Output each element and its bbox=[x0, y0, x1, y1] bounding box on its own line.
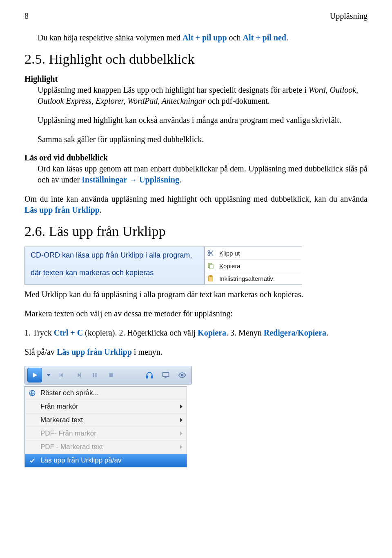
feature-name: Läs upp från Urklipp bbox=[57, 347, 132, 356]
menu-item-pdf-from-marker: PDF- Från markör bbox=[25, 427, 187, 440]
svg-rect-17 bbox=[147, 376, 148, 378]
text: . bbox=[179, 175, 181, 184]
svg-rect-16 bbox=[109, 373, 113, 377]
menu-label: Från markör bbox=[40, 402, 78, 411]
globe-icon bbox=[28, 389, 36, 397]
subheading-doubleclick: Läs ord vid dubbelklick bbox=[24, 153, 368, 162]
paragraph: Slå på/av Läs upp från Urklipp i menyn. bbox=[24, 347, 368, 358]
chevron-right-icon bbox=[180, 418, 183, 422]
editor-line: CD-ORD kan läsa upp från Urklipp i alla … bbox=[31, 251, 198, 260]
page-header: 8 Uppläsning bbox=[24, 11, 368, 21]
text: och pdf-dokument. bbox=[206, 96, 270, 105]
steps-line: 1. Tryck Ctrl + C (kopiera). 2. Högerkli… bbox=[24, 327, 368, 338]
eye-button[interactable] bbox=[175, 368, 189, 382]
text: Slå på/av bbox=[24, 347, 57, 356]
paste-icon bbox=[206, 274, 215, 283]
blank-icon bbox=[28, 416, 36, 424]
play-button[interactable] bbox=[27, 368, 42, 382]
menu-label: Röster och språk... bbox=[40, 389, 99, 397]
copy-icon bbox=[206, 261, 215, 270]
svg-marker-8 bbox=[33, 373, 38, 378]
svg-point-22 bbox=[181, 374, 183, 376]
paragraph: Uppläsning med knappen Läs upp och highl… bbox=[38, 84, 368, 107]
read-menu: Röster och språk... Från markör Markerad… bbox=[24, 386, 187, 467]
check-icon bbox=[28, 456, 36, 465]
document-page: 8 Uppläsning Du kan höja respektive sänk… bbox=[0, 0, 392, 484]
paragraph: Med Urklipp kan du få uppläsning i alla … bbox=[24, 289, 368, 300]
blank-icon bbox=[28, 402, 36, 411]
page-number: 8 bbox=[24, 11, 29, 21]
keystroke: Alt + pil upp bbox=[183, 33, 227, 42]
context-menu-label: Kopiera bbox=[219, 262, 241, 269]
chevron-right-icon bbox=[180, 445, 183, 449]
headphones-button[interactable] bbox=[143, 368, 156, 382]
text: (kopiera). 2. Högerklicka och välj bbox=[83, 328, 198, 337]
svg-rect-5 bbox=[209, 265, 213, 269]
text: och bbox=[227, 33, 243, 42]
context-menu-item-cut[interactable]: Klipp ut bbox=[205, 247, 302, 260]
paragraph: Samma sak gäller för uppläsning med dubb… bbox=[38, 134, 368, 145]
svg-rect-11 bbox=[60, 373, 60, 378]
context-menu-item-copy[interactable]: Kopiera bbox=[205, 260, 302, 272]
text: Om du inte kan använda uppläsning med hi… bbox=[24, 194, 368, 203]
menu-item-voices[interactable]: Röster och språk... bbox=[25, 387, 187, 400]
next-button[interactable] bbox=[71, 368, 85, 382]
subheading-highlight: Highlight bbox=[24, 74, 368, 84]
volume-hint: Du kan höja respektive sänka volymen med… bbox=[38, 32, 368, 43]
context-menu: Klipp ut Kopiera Inklist bbox=[204, 247, 302, 285]
feature-name: Läs upp från Urklipp bbox=[24, 205, 100, 214]
section-title: Uppläsning bbox=[330, 11, 368, 21]
context-menu-label: Inklistringsalternativ: bbox=[219, 275, 275, 282]
heading-2-5: 2.5. Highlight och dubbelklick bbox=[24, 51, 368, 67]
text: Du kan höja respektive sänka volymen med bbox=[38, 33, 183, 42]
menu-label: Läs upp från Urklipp på/av bbox=[40, 456, 121, 465]
text: . bbox=[100, 205, 102, 214]
menu-item-marked-text[interactable]: Markerad text bbox=[25, 413, 187, 427]
paragraph: Ord kan läsas upp genom att man enbart d… bbox=[38, 163, 368, 185]
menu-item-pdf-marked-text: PDF - Markerad text bbox=[25, 440, 187, 454]
chevron-right-icon bbox=[180, 405, 183, 409]
paragraph: Uppläsning med highlight kan också använ… bbox=[38, 115, 368, 126]
paragraph: Markera texten och välj en av dessa tre … bbox=[24, 308, 368, 319]
context-menu-item-paste[interactable]: Inklistringsalternativ: bbox=[205, 272, 302, 285]
chevron-right-icon bbox=[180, 431, 183, 436]
menu-item-from-marker[interactable]: Från markör bbox=[25, 400, 187, 413]
chevron-down-icon[interactable] bbox=[45, 373, 53, 377]
player-toolbar bbox=[24, 366, 192, 385]
svg-rect-15 bbox=[96, 373, 97, 378]
svg-rect-19 bbox=[163, 372, 169, 376]
menu-label: Markerad text bbox=[40, 416, 83, 424]
pause-button[interactable] bbox=[88, 368, 102, 382]
svg-marker-9 bbox=[47, 374, 51, 376]
menu-label: PDF - Markerad text bbox=[40, 443, 103, 451]
text: i menyn. bbox=[132, 347, 163, 356]
text: Uppläsning med knappen Läs upp och highl… bbox=[38, 85, 309, 94]
scissors-icon bbox=[206, 249, 215, 258]
menu-path: Inställningar → Uppläsning bbox=[82, 175, 179, 184]
svg-rect-18 bbox=[151, 376, 152, 378]
svg-marker-10 bbox=[60, 373, 63, 378]
editor-with-context-menu: CD-ORD kan läsa upp från Urklipp i alla … bbox=[24, 247, 302, 285]
menu-item-urklipp-toggle[interactable]: Läs upp från Urklipp på/av bbox=[25, 454, 187, 467]
prev-button[interactable] bbox=[55, 368, 69, 382]
text: . bbox=[286, 33, 288, 42]
keystroke: Alt + pil ned bbox=[243, 33, 286, 42]
svg-rect-7 bbox=[209, 276, 212, 277]
editor-line: där texten kan markeras och kopieras bbox=[31, 269, 198, 277]
text: 1. Tryck bbox=[24, 328, 54, 337]
menu-path: Redigera/Kopiera bbox=[264, 328, 326, 337]
stop-button[interactable] bbox=[104, 368, 118, 382]
menu-item-name: Kopiera bbox=[198, 328, 226, 337]
context-menu-label: Klipp ut bbox=[219, 250, 240, 257]
editor-text-area[interactable]: CD-ORD kan läsa upp från Urklipp i alla … bbox=[25, 247, 204, 285]
text: . 3. Menyn bbox=[226, 328, 264, 337]
monitor-button[interactable] bbox=[159, 368, 173, 382]
keystroke: Ctrl + C bbox=[54, 328, 83, 337]
svg-marker-12 bbox=[78, 373, 80, 378]
svg-rect-13 bbox=[80, 373, 81, 378]
blank-icon bbox=[28, 429, 36, 438]
menu-label: PDF- Från markör bbox=[40, 429, 96, 438]
heading-2-6: 2.6. Läs upp från Urklipp bbox=[24, 224, 368, 239]
blank-icon bbox=[28, 443, 36, 451]
svg-rect-14 bbox=[93, 373, 94, 378]
